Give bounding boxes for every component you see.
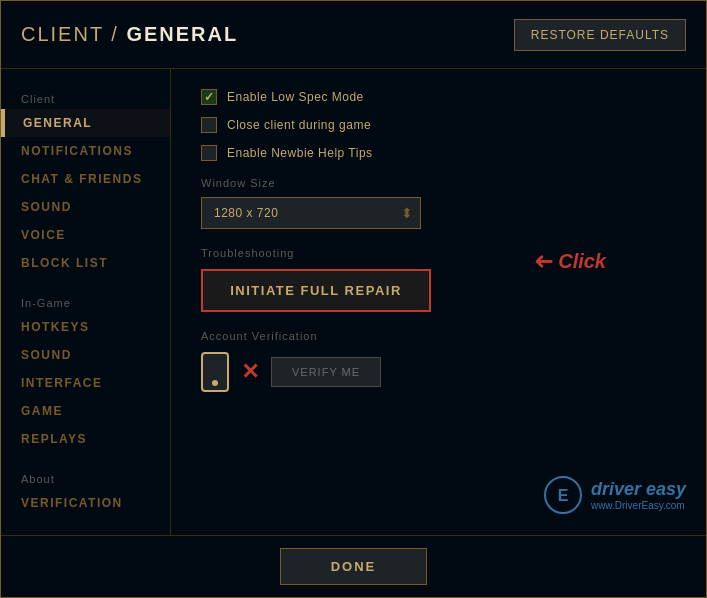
driver-easy-logo-icon: E — [543, 475, 583, 515]
checkbox-row-low-spec: ✓ Enable Low Spec Mode — [201, 89, 676, 105]
window-size-label: Window Size — [201, 177, 676, 189]
sidebar-section-ingame: In-Game — [1, 289, 170, 313]
sidebar-item-sound[interactable]: SOUND — [1, 193, 170, 221]
window-size-dropdown-container: 1280 x 720 1920 x 1080 1366 x 768 1024 x… — [201, 197, 421, 229]
watermark-text: driver easy www.DriverEasy.com — [591, 479, 686, 511]
checkbox-low-spec-label: Enable Low Spec Mode — [227, 90, 364, 104]
sidebar: Client GENERAL NOTIFICATIONS CHAT & FRIE… — [1, 69, 171, 535]
account-verification-label: Account Verification — [201, 330, 676, 342]
restore-defaults-button[interactable]: Restore Defaults — [514, 19, 686, 51]
checkbox-newbie-tips-label: Enable Newbie Help Tips — [227, 146, 373, 160]
window-size-dropdown[interactable]: 1280 x 720 1920 x 1080 1366 x 768 1024 x… — [201, 197, 421, 229]
svg-text:E: E — [558, 487, 569, 504]
title-prefix: CLIENT / — [21, 23, 126, 45]
checkbox-row-newbie-tips: Enable Newbie Help Tips — [201, 145, 676, 161]
main-content: Client GENERAL NOTIFICATIONS CHAT & FRIE… — [1, 69, 706, 535]
sidebar-item-replays[interactable]: REPLAYS — [1, 425, 170, 453]
checkbox-close-client-label: Close client during game — [227, 118, 371, 132]
sidebar-item-interface[interactable]: INTERFACE — [1, 369, 170, 397]
verify-me-button[interactable]: Verify Me — [271, 357, 381, 387]
sidebar-item-voice[interactable]: VOICE — [1, 221, 170, 249]
watermark: E driver easy www.DriverEasy.com — [543, 475, 686, 515]
sidebar-item-hotkeys[interactable]: HOTKEYS — [1, 313, 170, 341]
watermark-brand: driver easy — [591, 479, 686, 500]
checkbox-low-spec[interactable]: ✓ — [201, 89, 217, 105]
page-title: CLIENT / GENERAL — [21, 23, 238, 46]
sidebar-item-verification[interactable]: VERIFICATION — [1, 489, 170, 517]
done-button[interactable]: DONE — [280, 548, 428, 585]
checkbox-close-client[interactable] — [201, 117, 217, 133]
sidebar-item-chat-friends[interactable]: CHAT & FRIENDS — [1, 165, 170, 193]
sidebar-item-notifications[interactable]: NOTIFICATIONS — [1, 137, 170, 165]
click-label: Click — [558, 250, 606, 273]
footer: DONE — [1, 535, 706, 597]
phone-icon — [201, 352, 229, 392]
sidebar-section-about: About — [1, 465, 170, 489]
content-area: ✓ Enable Low Spec Mode Close client duri… — [171, 69, 706, 535]
title-bold: GENERAL — [126, 23, 238, 45]
watermark-url: www.DriverEasy.com — [591, 500, 686, 511]
checkbox-row-close-client: Close client during game — [201, 117, 676, 133]
checkbox-newbie-tips[interactable] — [201, 145, 217, 161]
app-container: CLIENT / GENERAL Restore Defaults Client… — [0, 0, 707, 598]
header: CLIENT / GENERAL Restore Defaults — [1, 1, 706, 69]
sidebar-section-client: Client — [1, 85, 170, 109]
sidebar-item-game[interactable]: GAME — [1, 397, 170, 425]
click-annotation: ➜ Click — [534, 247, 606, 275]
sidebar-item-sound-ingame[interactable]: SOUND — [1, 341, 170, 369]
check-mark: ✓ — [204, 90, 214, 104]
verification-row: ✕ Verify Me — [201, 352, 676, 392]
initiate-full-repair-button[interactable]: Initiate Full Repair — [201, 269, 431, 312]
x-icon: ✕ — [241, 359, 259, 385]
sidebar-item-general[interactable]: GENERAL — [1, 109, 170, 137]
arrow-icon: ➜ — [534, 247, 554, 275]
sidebar-item-block-list[interactable]: BLOCK LIST — [1, 249, 170, 277]
